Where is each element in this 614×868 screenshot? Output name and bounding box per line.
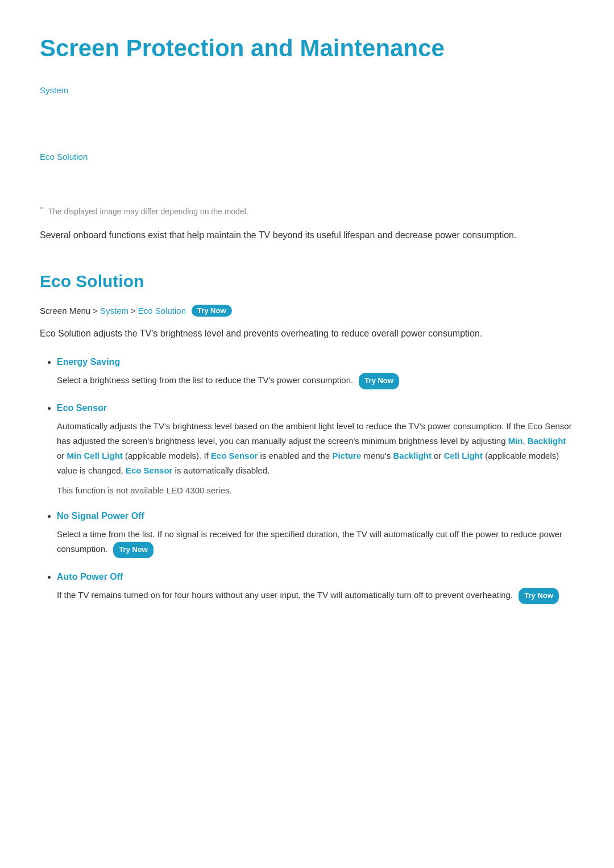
- list-item: Eco Sensor Automatically adjusts the TV'…: [57, 403, 574, 498]
- note-line: " The displayed image may differ dependi…: [40, 207, 574, 216]
- min-link[interactable]: Min: [508, 436, 523, 446]
- list-item: No Signal Power Off Select a time from t…: [57, 511, 574, 558]
- auto-power-off-title: Auto Power Off: [57, 572, 574, 582]
- eco-sensor-desc: Automatically adjusts the TV's brightnes…: [57, 419, 574, 479]
- eco-sensor-link2[interactable]: Eco Sensor: [126, 466, 173, 475]
- eco-sensor-note: This function is not available LED 4300 …: [57, 483, 574, 498]
- menu-sep2: >: [131, 306, 136, 315]
- menu-path: Screen Menu > System > Eco Solution Try …: [40, 305, 574, 317]
- menu-system-link[interactable]: System: [100, 306, 128, 315]
- menu-sep1: >: [93, 306, 98, 315]
- list-item: Energy Saving Select a brightness settin…: [57, 357, 574, 389]
- note-text: The displayed image may differ depending…: [48, 207, 248, 216]
- auto-power-off-try-now[interactable]: Try Now: [518, 588, 559, 604]
- energy-saving-title: Energy Saving: [57, 357, 574, 367]
- menu-eco-link[interactable]: Eco Solution: [138, 306, 186, 315]
- auto-power-off-desc: If the TV remains turned on for four hou…: [57, 588, 574, 604]
- eco-bullet-list: Energy Saving Select a brightness settin…: [40, 357, 574, 604]
- eco-solution-title: Eco Solution: [40, 272, 574, 291]
- intro-text: Several onboard functions exist that hel…: [40, 227, 574, 243]
- backlight-link[interactable]: Backlight: [528, 436, 566, 446]
- picture-link[interactable]: Picture: [332, 451, 361, 460]
- eco-solution-desc: Eco Solution adjusts the TV's brightness…: [40, 326, 574, 341]
- menu-prefix: Screen Menu: [40, 306, 90, 315]
- breadcrumb-eco[interactable]: Eco Solution: [40, 152, 574, 161]
- list-item: Auto Power Off If the TV remains turned …: [57, 572, 574, 604]
- backlight-link2[interactable]: Backlight: [393, 451, 432, 460]
- eco-solution-section: Eco Solution Screen Menu > System > Eco …: [40, 272, 574, 604]
- page-title: Screen Protection and Maintenance: [40, 34, 574, 63]
- energy-saving-desc: Select a brightness setting from the lis…: [57, 373, 574, 389]
- cell-light-link[interactable]: Cell Light: [444, 451, 483, 460]
- no-signal-try-now[interactable]: Try Now: [113, 542, 154, 558]
- energy-saving-try-now[interactable]: Try Now: [359, 373, 399, 389]
- quote-mark-icon: ": [40, 206, 43, 216]
- breadcrumb-system[interactable]: System: [40, 85, 574, 95]
- no-signal-power-off-title: No Signal Power Off: [57, 511, 574, 521]
- no-signal-power-off-desc: Select a time from the list. If no signa…: [57, 527, 574, 558]
- min-cell-light-link[interactable]: Min Cell Light: [67, 451, 123, 460]
- eco-sensor-link1[interactable]: Eco Sensor: [211, 451, 258, 460]
- eco-sensor-title: Eco Sensor: [57, 403, 574, 413]
- menu-try-now-badge[interactable]: Try Now: [192, 305, 232, 317]
